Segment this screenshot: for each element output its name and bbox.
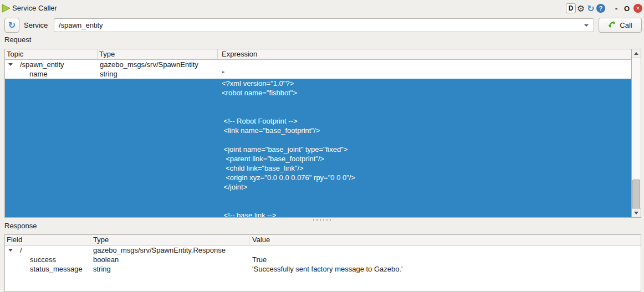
close-icon[interactable]: ✕ <box>633 4 642 13</box>
field-cell: status_message <box>30 264 83 274</box>
type-cell: boolean <box>93 255 119 264</box>
response-table-header: Field Type Value <box>5 235 641 245</box>
chevron-down-icon <box>584 24 589 27</box>
dock-button[interactable]: D <box>566 3 576 13</box>
column-header-type[interactable]: Type <box>98 49 218 59</box>
table-row[interactable]: /spawn_entity gazebo_msgs/srv/SpawnEntit… <box>5 60 631 69</box>
vertical-scrollbar[interactable] <box>631 49 641 217</box>
splitter-handle[interactable] <box>0 218 644 222</box>
response-tree-table: Field Type Value / gazebo_msgs/srv/Spawn… <box>4 234 641 292</box>
table-row[interactable]: name string '' <box>5 69 631 79</box>
float-window-button[interactable]: O <box>623 4 631 13</box>
service-combobox[interactable]: /spawn_entity <box>54 18 594 32</box>
expander-triangle-icon[interactable] <box>8 63 13 66</box>
type-cell: string <box>100 69 117 79</box>
column-header-value[interactable]: Value <box>249 235 641 245</box>
service-label: Service <box>24 18 48 33</box>
table-row[interactable]: success boolean True <box>5 255 641 264</box>
column-header-expression[interactable]: Expression <box>218 49 631 59</box>
service-combobox-value: /spawn_entity <box>59 19 103 32</box>
request-tree-table: Topic Type Expression /spawn_entity gaze… <box>4 49 641 218</box>
column-header-field[interactable]: Field <box>5 235 90 245</box>
topic-cell: /spawn_entity <box>20 60 64 69</box>
call-button[interactable]: Call <box>599 18 642 33</box>
type-cell: gazebo_msgs/srv/SpawnEntity <box>100 60 198 69</box>
response-section-label: Response <box>4 221 37 232</box>
expression-cell: '' <box>222 69 224 79</box>
request-table-header: Topic Type Expression <box>5 49 631 60</box>
column-header-topic[interactable]: Topic <box>5 49 98 59</box>
phone-icon <box>608 21 616 30</box>
call-button-label: Call <box>620 21 632 29</box>
scroll-down-icon[interactable] <box>632 208 641 217</box>
service-caller-window: Service Caller D ⚙ ↻ ? - O ✕ ↻ Service /… <box>0 0 644 292</box>
reload-plugin-icon[interactable]: ↻ <box>586 3 596 13</box>
topic-cell: name <box>29 69 48 79</box>
selected-xml-row[interactable]: <?xml version="1.0"?> <robot name="fishb… <box>5 79 631 217</box>
request-section-label: Request <box>4 34 31 45</box>
titlebar: Service Caller D ⚙ ↻ ? - O ✕ <box>0 0 644 17</box>
settings-gear-icon[interactable]: ⚙ <box>576 3 586 13</box>
refresh-services-button[interactable]: ↻ <box>4 18 19 33</box>
minimize-button[interactable]: - <box>613 4 620 13</box>
table-row[interactable]: / gazebo_msgs/srv/SpawnEntity.Response <box>5 245 641 255</box>
type-cell: string <box>93 264 111 274</box>
plugin-title: Service Caller <box>12 0 57 17</box>
field-cell: / <box>20 245 22 255</box>
value-cell: True <box>252 255 267 264</box>
scrollbar-thumb[interactable] <box>632 180 640 209</box>
service-caller-icon <box>2 4 11 14</box>
expander-triangle-icon[interactable] <box>8 249 13 252</box>
column-header-type[interactable]: Type <box>90 235 249 245</box>
refresh-icon: ↻ <box>8 20 16 30</box>
help-icon[interactable]: ? <box>596 4 605 13</box>
type-cell: gazebo_msgs/srv/SpawnEntity.Response <box>93 245 226 255</box>
scroll-up-icon[interactable] <box>632 49 641 58</box>
value-cell: 'Successfully sent factory message to Ga… <box>252 264 403 274</box>
field-cell: success <box>30 255 56 264</box>
xml-expression-text: <?xml version="1.0"?> <robot name="fishb… <box>222 79 355 218</box>
table-row[interactable]: status_message string 'Successfully sent… <box>5 264 641 274</box>
